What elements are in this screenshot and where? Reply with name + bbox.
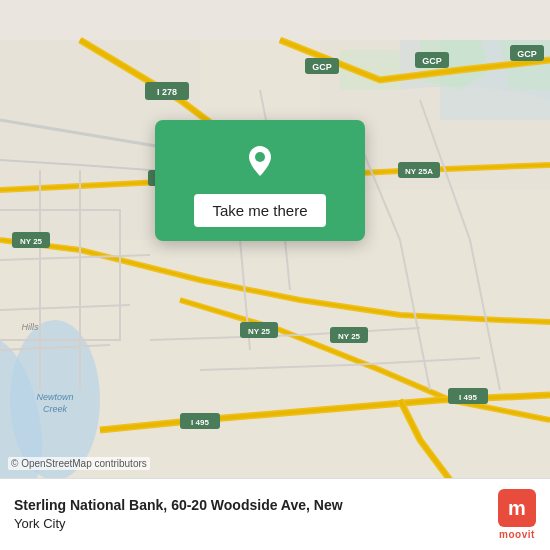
location-subtitle: York City: [14, 515, 486, 533]
location-card: Take me there: [155, 120, 365, 241]
moovit-logo[interactable]: m moovit: [498, 489, 536, 540]
location-title: Sterling National Bank, 60-20 Woodside A…: [14, 496, 486, 516]
svg-text:I 495: I 495: [191, 418, 209, 427]
svg-text:GCP: GCP: [517, 49, 537, 59]
svg-text:Hills: Hills: [22, 322, 39, 332]
svg-text:GCP: GCP: [312, 62, 332, 72]
svg-text:NY 25: NY 25: [20, 237, 43, 246]
svg-text:I 278: I 278: [157, 87, 177, 97]
svg-text:GCP: GCP: [422, 56, 442, 66]
svg-text:I 495: I 495: [459, 393, 477, 402]
location-info: Sterling National Bank, 60-20 Woodside A…: [14, 496, 486, 534]
svg-text:Newtown: Newtown: [36, 392, 73, 402]
moovit-icon: m: [498, 489, 536, 527]
svg-text:m: m: [508, 497, 526, 519]
svg-point-32: [255, 152, 265, 162]
map-container: I 278 GCP GCP GCP NY 25 NY 25A NY 25A NY…: [0, 0, 550, 550]
svg-text:NY 25A: NY 25A: [405, 167, 433, 176]
svg-text:NY 25: NY 25: [338, 332, 361, 341]
map-attribution: © OpenStreetMap contributors: [8, 457, 150, 470]
take-me-there-button[interactable]: Take me there: [194, 194, 325, 227]
moovit-label: moovit: [499, 529, 535, 540]
info-bar: Sterling National Bank, 60-20 Woodside A…: [0, 478, 550, 550]
svg-text:Creek: Creek: [43, 404, 68, 414]
location-pin-icon: [238, 138, 282, 182]
svg-text:NY 25: NY 25: [248, 327, 271, 336]
